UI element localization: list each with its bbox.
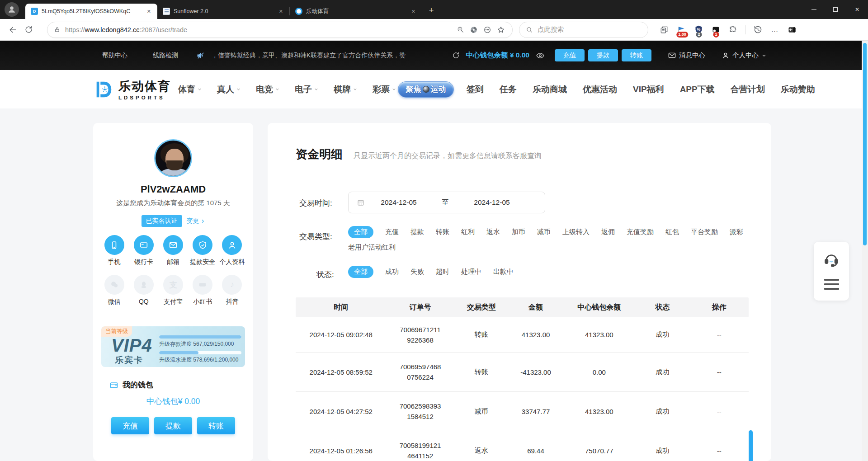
profile-icon: [7, 5, 16, 14]
tab2-close-icon[interactable]: ✕: [277, 8, 285, 15]
menu-hamburger-icon[interactable]: [824, 279, 839, 290]
settings-more-button[interactable]: …: [768, 23, 782, 37]
extension-shield-button[interactable]: % 2: [692, 23, 705, 37]
extensions-button[interactable]: [726, 23, 740, 37]
window-close-button[interactable]: ✕: [846, 0, 868, 19]
security-item-profile[interactable]: 个人资料: [217, 235, 247, 266]
favorite-button[interactable]: [494, 23, 508, 37]
type-filter-chip[interactable]: 平台奖励: [691, 226, 718, 238]
date-to-value[interactable]: 2024-12-05: [458, 198, 526, 207]
type-filter-chip[interactable]: 红利: [461, 226, 475, 238]
nav-menu-item[interactable]: 电竞: [256, 84, 280, 95]
status-filter-chip[interactable]: 全部: [348, 266, 373, 278]
status-filter-chip[interactable]: 失败: [410, 266, 424, 278]
type-filter-chip[interactable]: 红包: [665, 226, 679, 238]
more-tools-button[interactable]: [481, 23, 494, 37]
wallet-action-button[interactable]: 转账: [197, 417, 235, 434]
status-filter-chip[interactable]: 处理中: [461, 266, 481, 278]
status-filter-chip[interactable]: 超时: [436, 266, 449, 278]
security-item-bankcard[interactable]: 银行卡: [129, 235, 158, 266]
social-item-alipay[interactable]: 支 支付宝: [158, 275, 188, 306]
browser-tab-3[interactable]: 乐动体育 ✕: [290, 4, 422, 19]
new-tab-button[interactable]: +: [425, 4, 438, 17]
nav-menu-item[interactable]: 电子: [295, 84, 319, 95]
nav-link[interactable]: 优惠活动: [583, 84, 617, 95]
nav-link[interactable]: 乐动商城: [533, 84, 567, 95]
minimize-button[interactable]: [803, 0, 825, 19]
nav-menu-item[interactable]: 真人: [217, 84, 241, 95]
wallet-refresh-icon[interactable]: [452, 52, 460, 59]
type-filter-chip[interactable]: 返佣: [601, 226, 615, 238]
collections-button[interactable]: [657, 23, 671, 37]
nav-menu-item[interactable]: 体育: [178, 84, 202, 95]
browser-tab-2[interactable]: Sunflower 2.0 ✕: [157, 4, 289, 19]
browser-tab-1[interactable]: D 5LmQ5Yqo5L2T6IKyfOS5kOWKqC ✕: [25, 4, 157, 19]
date-from-value[interactable]: 2024-12-05: [365, 198, 433, 207]
announcement-speaker-icon: [196, 51, 205, 60]
help-center-link[interactable]: 帮助中心: [102, 52, 127, 60]
maximize-button[interactable]: [825, 0, 846, 19]
type-filter-chip[interactable]: 返水: [486, 226, 500, 238]
social-item-qq[interactable]: QQ: [129, 275, 158, 306]
zoom-out-button[interactable]: [453, 23, 467, 37]
status-filter-chip[interactable]: 成功: [385, 266, 399, 278]
window-scrollbar-thumb[interactable]: [863, 43, 867, 245]
focus-sports-badge[interactable]: 聚焦 运动: [398, 81, 454, 98]
security-item-phone[interactable]: 手机: [99, 235, 129, 266]
topbar-action-button[interactable]: 充值: [555, 49, 585, 61]
translate-button[interactable]: [467, 23, 481, 37]
type-filter-chip[interactable]: 全部: [348, 226, 373, 238]
type-filter-chip[interactable]: 上级转入: [562, 226, 590, 238]
type-filter-chip[interactable]: 充值奖励: [627, 226, 654, 238]
change-link[interactable]: 变更: [187, 217, 205, 225]
status-filter-chip[interactable]: 出款中: [493, 266, 514, 278]
wallet-action-button[interactable]: 充值: [111, 417, 149, 434]
nav-link[interactable]: 签到: [467, 84, 484, 95]
chevron-down-icon: [314, 87, 319, 92]
nav-menu-item[interactable]: 棋牌: [334, 84, 358, 95]
type-filter-chip[interactable]: 转账: [436, 226, 449, 238]
message-center-link[interactable]: 消息中心: [668, 51, 705, 60]
refresh-button[interactable]: [21, 22, 36, 38]
nav-menu-item[interactable]: 彩票: [373, 84, 396, 95]
type-filter-chip[interactable]: 老用户活动红利: [348, 241, 396, 254]
nav-link[interactable]: APP下载: [680, 84, 715, 95]
tab1-close-icon[interactable]: ✕: [145, 8, 153, 15]
topbar-action-button[interactable]: 转账: [622, 49, 651, 61]
tab3-close-icon[interactable]: ✕: [410, 8, 417, 15]
type-filter-chip[interactable]: 加币: [512, 226, 525, 238]
avatar[interactable]: [154, 139, 192, 177]
topbar-action-button[interactable]: 提款: [588, 49, 618, 61]
sidebar-toggle-button[interactable]: [785, 23, 799, 37]
browser-search-box[interactable]: 点此搜索: [519, 22, 648, 38]
site-logo[interactable]: 乐动体育 LDSPORTS: [93, 78, 171, 100]
line-check-link[interactable]: 线路检测: [153, 52, 178, 60]
extension-grid-button[interactable]: 1: [709, 23, 722, 37]
social-item-douyin[interactable]: ♪ 抖音: [217, 275, 247, 306]
extension-flag-button[interactable]: 1.00: [675, 23, 688, 37]
social-item-wechat[interactable]: 微信: [99, 275, 129, 306]
eye-icon[interactable]: [536, 51, 545, 60]
type-filter-chip[interactable]: 派彩: [730, 226, 743, 238]
customer-service-icon[interactable]: [823, 251, 840, 268]
type-filter-chip[interactable]: 提款: [410, 226, 424, 238]
table-scrollbar-thumb[interactable]: [749, 430, 753, 461]
security-item-email[interactable]: 邮箱: [158, 235, 188, 266]
personal-center-link[interactable]: 个人中心: [722, 51, 767, 60]
nav-link[interactable]: VIP福利: [633, 84, 664, 95]
security-item-withdraw-safety[interactable]: 提款安全: [188, 235, 217, 266]
date-range-input[interactable]: 2024-12-05 至 2024-12-05: [348, 192, 545, 213]
nav-link[interactable]: 乐动赞助: [781, 84, 815, 95]
nav-link[interactable]: 任务: [500, 84, 517, 95]
social-item-xiaohongshu[interactable]: 小红书: [188, 275, 217, 306]
wallet-action-button[interactable]: 提款: [154, 417, 192, 434]
history-button[interactable]: [751, 23, 764, 37]
window-scrollbar[interactable]: [862, 41, 868, 461]
back-button[interactable]: [5, 22, 21, 38]
browser-profile-button[interactable]: [5, 2, 19, 17]
address-bar[interactable]: https://www.ledong842.cc:2087/user/trade: [47, 22, 513, 38]
date-to-label: 至: [433, 198, 458, 207]
nav-link[interactable]: 合营计划: [731, 84, 765, 95]
type-filter-chip[interactable]: 减币: [537, 226, 551, 238]
type-filter-chip[interactable]: 充值: [385, 226, 399, 238]
